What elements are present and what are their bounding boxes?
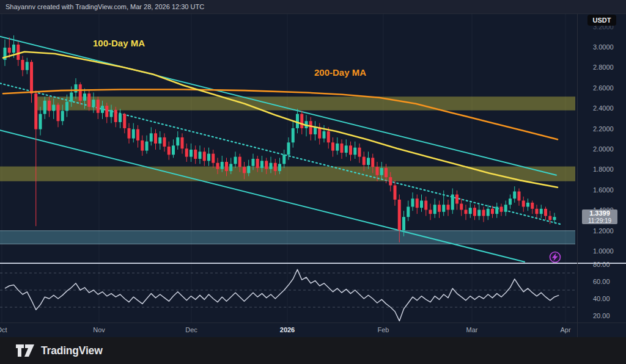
time-tick-label: Oct bbox=[0, 326, 7, 333]
price-tick-label: 1.6000 bbox=[593, 186, 614, 194]
lightning-boost-icon[interactable] bbox=[550, 252, 561, 263]
price-tick-label: 3.0000 bbox=[593, 43, 614, 51]
ma100-label: 100-Day MA bbox=[93, 38, 145, 48]
countdown-timer: 11:29:19 bbox=[582, 217, 617, 224]
price-tick-label: 2.6000 bbox=[593, 84, 614, 92]
time-tick-label: Nov bbox=[93, 326, 105, 333]
time-tick-label: Feb bbox=[378, 326, 389, 333]
rsi-tick-label: 20.00 bbox=[593, 312, 610, 319]
tradingview-chart-screenshot: Shayannv created with TradingView.com, M… bbox=[0, 0, 626, 364]
price-axis[interactable]: 3.20003.00002.80002.60002.40002.20002.00… bbox=[577, 13, 626, 322]
rsi-tick-label: 40.00 bbox=[593, 295, 610, 302]
price-tick-label: 2.4000 bbox=[593, 104, 614, 112]
candlestick-series bbox=[4, 35, 556, 242]
price-tick-label: 2.0000 bbox=[593, 145, 614, 153]
rsi-pane bbox=[0, 269, 577, 321]
support-zone bbox=[0, 231, 575, 244]
price-tick-label: 1.8000 bbox=[593, 166, 614, 173]
tradingview-logo[interactable]: TradingView bbox=[16, 344, 103, 357]
price-tick-label: 2.8000 bbox=[593, 64, 614, 71]
attribution-bar: Shayannv created with TradingView.com, M… bbox=[0, 0, 626, 14]
tradingview-brand-text: TradingView bbox=[41, 344, 103, 357]
rsi-tick-label: 60.00 bbox=[593, 278, 610, 285]
tradingview-logo-icon bbox=[16, 344, 35, 357]
ma200-label: 200-Day MA bbox=[314, 67, 366, 78]
time-axis-separator bbox=[0, 322, 626, 323]
currency-badge[interactable]: USDT bbox=[587, 15, 616, 26]
price-chart-svg[interactable] bbox=[0, 0, 626, 364]
price-tick-label: 1.2000 bbox=[593, 227, 614, 235]
trendlines bbox=[0, 37, 560, 262]
last-price-label: 1.3399 11:29:19 bbox=[582, 209, 617, 224]
time-axis[interactable]: OctNovDec2026FebMarApr bbox=[0, 323, 626, 337]
price-tick-label: 1.0000 bbox=[593, 247, 614, 255]
footer-bar: TradingView bbox=[0, 337, 626, 364]
last-price-value: 1.3399 bbox=[582, 209, 617, 217]
time-tick-label: Apr bbox=[560, 326, 570, 333]
rsi-tick-label: 80.00 bbox=[593, 261, 610, 268]
time-tick-label: Mar bbox=[466, 326, 478, 333]
rsi-line bbox=[5, 269, 559, 321]
time-tick-label: Dec bbox=[185, 326, 197, 333]
pane-separator[interactable] bbox=[0, 263, 626, 264]
price-tick-label: 2.2000 bbox=[593, 125, 614, 133]
attribution-text: Shayannv created with TradingView.com, M… bbox=[0, 0, 626, 13]
time-tick-label: 2026 bbox=[280, 326, 295, 333]
